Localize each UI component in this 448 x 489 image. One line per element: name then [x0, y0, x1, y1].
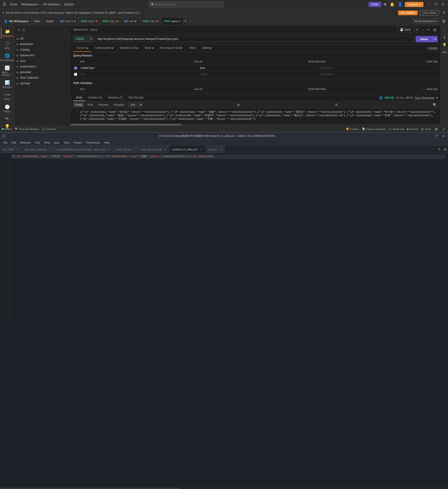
tab-body[interactable]: Body: [141, 44, 156, 52]
sublime-tools-menu[interactable]: Tools: [62, 141, 72, 145]
resp-tab-test-results[interactable]: Test Results: [126, 95, 146, 101]
format-pretty-button[interactable]: Pretty: [73, 102, 84, 107]
cookies-status-item[interactable]: 🍪 Cookies: [346, 126, 359, 132]
right-sidebar-icon4[interactable]: </>: [441, 49, 448, 55]
format-raw-button[interactable]: Raw: [86, 102, 95, 107]
sublime-split-button[interactable]: ⊞: [442, 147, 448, 151]
response-scrollbar[interactable]: [71, 124, 440, 126]
panel-more-button[interactable]: ···: [63, 28, 68, 33]
view-layout-button[interactable]: ▤: [432, 27, 438, 32]
method-select[interactable]: POST GET PUT DELETE PATCH: [73, 36, 93, 42]
expand-button[interactable]: ⤢: [441, 126, 446, 132]
param-desc-empty[interactable]: [319, 72, 438, 76]
tab-post-query[interactable]: POST query: [161, 17, 183, 25]
panel-filter-button[interactable]: ≡: [22, 28, 26, 33]
url-input[interactable]: [95, 36, 414, 42]
tab-post-http1[interactable]: POST http://: [78, 17, 100, 25]
sublime-tab-afc-dqms[interactable]: afc_dqms_data.sql ✕: [22, 146, 54, 153]
sublime-tab-test0902[interactable]: test_0902 ✕: [0, 146, 22, 153]
search-response-button[interactable]: 🔍: [432, 102, 438, 107]
join-waitlist-button[interactable]: Join Waitlist: [398, 10, 418, 15]
breadcrumb-more-button[interactable]: ···: [420, 27, 425, 32]
tab-post-http2[interactable]: POST http://: [100, 17, 121, 25]
settings-icon-button[interactable]: ⚙: [383, 1, 388, 8]
sidebar-item-history[interactable]: 🕐 History: [1, 103, 14, 114]
new-button[interactable]: New: [32, 19, 42, 24]
scrollbar-thumb[interactable]: [71, 124, 182, 126]
format-preview-button[interactable]: Preview: [96, 102, 110, 107]
save-button[interactable]: 💾 Save: [397, 27, 414, 32]
sublime-selection-menu[interactable]: Selection: [18, 141, 33, 145]
layout-toggle-button[interactable]: ⊞: [441, 18, 446, 24]
new-tab-button[interactable]: +: [183, 19, 188, 24]
collection-item-dzzz[interactable]: ▶ dzzz: [15, 58, 70, 64]
sublime-tab-eos[interactable]: eos.application.sys-code=datacenter ✕: [54, 146, 91, 153]
tab-post-http3[interactable]: POST http://: [140, 17, 161, 25]
collection-item-blockchain[interactable]: ▶ blockchain: [15, 41, 70, 47]
resp-tab-headers[interactable]: Headers (7): [105, 95, 126, 101]
right-sidebar-icon1[interactable]: ⋮: [442, 27, 447, 33]
trash-item[interactable]: 🗑 Trash: [421, 126, 431, 132]
capture-item[interactable]: 📡 Capture requests: [362, 126, 386, 132]
format-type-select[interactable]: Text JSON XML HTML: [128, 102, 143, 107]
tab-close-icon[interactable]: ✕: [48, 148, 51, 151]
notice-close-button[interactable]: ✕: [442, 10, 445, 15]
collection-item-generate[interactable]: ▶ generate: [15, 69, 70, 75]
collection-item-catalog[interactable]: ▶ Catalog: [15, 47, 70, 53]
sublime-close-button[interactable]: ✕: [440, 134, 446, 139]
sublime-add-tab-button[interactable]: +: [436, 147, 442, 152]
send-dropdown-button[interactable]: ▾: [432, 36, 438, 42]
sidebar-bottom-icon1[interactable]: ✏: [4, 115, 10, 122]
sublime-help-menu[interactable]: Help: [102, 141, 111, 145]
format-settings-icon[interactable]: ⊞: [236, 102, 241, 107]
sidebar-item-apis[interactable]: ⬡ APIs: [1, 40, 14, 51]
sublime-project-menu[interactable]: Project: [72, 141, 84, 145]
sublime-file-menu[interactable]: File: [1, 141, 9, 145]
explore-menu-button[interactable]: Explore: [63, 2, 76, 7]
sidebar-item-collections[interactable]: 📁 Collections: [1, 28, 14, 39]
sublime-tab-sstudent[interactable]: sstudent_v1_data.json ✕: [169, 146, 205, 153]
collection-item-dataservice[interactable]: ▶ dataservice: [15, 53, 70, 58]
sublime-tab-mdm-afc[interactable]: mdm_afc.sql ✕: [113, 146, 138, 153]
home-menu-button[interactable]: Home: [8, 2, 19, 7]
tab-params[interactable]: Params: [73, 44, 91, 52]
minimize-button[interactable]: −: [426, 2, 432, 7]
sidebar-item-flows[interactable]: ⟶ Flows: [1, 91, 14, 102]
upgrade-button[interactable]: Upgrade ▾: [405, 2, 424, 7]
sublime-preferences-menu[interactable]: Preferences: [84, 141, 102, 145]
import-button[interactable]: Import: [44, 19, 56, 24]
maximize-button[interactable]: ❐: [432, 2, 439, 7]
api-network-menu-button[interactable]: API Network: [41, 2, 62, 7]
bootcamp-item[interactable]: 🎓 Bootcamp: [389, 126, 405, 132]
sidebar-item-mock-servers[interactable]: ⬜ Mock Servers: [1, 64, 14, 78]
learn-more-button[interactable]: Learn More: [420, 10, 439, 16]
tab-close-icon[interactable]: ✕: [108, 148, 110, 151]
tab-authorization[interactable]: Authorization: [91, 44, 116, 52]
workspaces-menu-button[interactable]: Workspaces: [20, 2, 40, 7]
collection-item-elasticsearch[interactable]: ▶ elasticsearch: [15, 64, 70, 69]
right-sidebar-icon3[interactable]: 💡: [441, 42, 447, 48]
tab-get-http1[interactable]: GET http://1: [57, 17, 78, 25]
collection-item-afc[interactable]: ▶ afc: [15, 36, 70, 41]
param-value-input[interactable]: [199, 66, 318, 70]
resp-tab-cookies[interactable]: Cookies (1): [85, 95, 105, 101]
invite-button[interactable]: Invite: [369, 2, 381, 7]
notifications-icon-button[interactable]: 🔔: [389, 1, 395, 8]
tab-get-add[interactable]: GET add: [121, 17, 140, 25]
breadcrumb-service[interactable]: dataservice: [73, 28, 88, 31]
user-avatar-button[interactable]: 👤: [397, 1, 403, 8]
sidebar-item-monitors[interactable]: 📊 Monitors: [1, 79, 14, 90]
send-button[interactable]: Send: [416, 36, 432, 42]
cookies-link[interactable]: Cookies: [428, 46, 438, 50]
resp-tab-body[interactable]: Body: [73, 95, 85, 101]
panel-add-button[interactable]: +: [17, 28, 21, 33]
collection-item-openapi[interactable]: ▶ openapi: [15, 81, 70, 86]
tab-close-icon[interactable]: ✕: [219, 148, 222, 151]
sublime-tab-mdm-afc-pub[interactable]: mdm_afc_pub.sql ✕: [138, 146, 169, 153]
hamburger-menu-button[interactable]: ☰: [2, 1, 7, 8]
sublime-maximize-button[interactable]: ❐: [434, 134, 440, 139]
tab-headers[interactable]: Headers (10): [116, 44, 141, 52]
tab-pre-request[interactable]: Pre-request Script: [157, 44, 186, 52]
pv-more-button[interactable]: ···: [422, 87, 425, 91]
param-value-empty[interactable]: [199, 72, 318, 76]
